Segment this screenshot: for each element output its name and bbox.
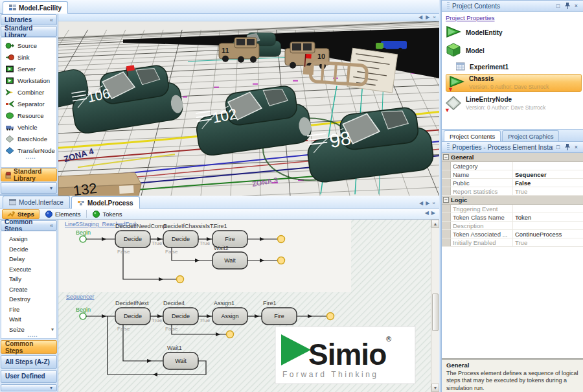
tree-item-lineentrynode[interactable]: ▼ LineEntryNode Version: 0 Author: Dave … (446, 93, 583, 115)
tab-project-contents[interactable]: Project Contents (444, 130, 501, 141)
pin-icon[interactable] (563, 2, 571, 10)
titlebar-grip[interactable] (447, 143, 450, 151)
scroll-down-icon[interactable]: ▼ (431, 384, 439, 392)
library-item-resource[interactable]: Resource (5, 110, 56, 121)
facility-3d-view[interactable]: ◀ ▶ × (58, 14, 439, 194)
nav-right-icon[interactable]: ▶ (426, 14, 429, 20)
collapse-group-icon[interactable]: − (443, 154, 449, 160)
nav-left-icon[interactable]: ◀ (425, 210, 429, 216)
flow2-end-node[interactable] (227, 331, 234, 338)
library-item-label: Workstation (17, 77, 50, 84)
project-properties-link[interactable]: Project Properties (446, 14, 495, 21)
standard-library-button[interactable]: Standard Library (1, 168, 57, 181)
property-row-initially-enabled[interactable]: Initially EnabledTrue (442, 238, 583, 247)
common-steps-header[interactable]: Common Steps « (1, 220, 57, 231)
maximize-icon[interactable]: □ (554, 143, 562, 152)
scroll-up-icon[interactable]: ▲ (431, 220, 439, 228)
nav-left-icon[interactable]: ◀ (419, 200, 423, 206)
step-item-delay[interactable]: Delay (9, 254, 56, 264)
splitter-dots[interactable]: ••••• (5, 156, 56, 160)
flow1-end-node[interactable] (278, 257, 285, 264)
library-item-separator[interactable]: Separator (5, 98, 56, 110)
library-item-workstation[interactable]: Workstation (5, 75, 56, 86)
tab-model-facility[interactable]: Model.Facility (3, 1, 68, 14)
step-label: Delay (9, 255, 25, 262)
canvas-vertical-scrollbar[interactable]: ▲ ▼ (431, 220, 439, 392)
step-item-assign[interactable]: Assign (9, 234, 56, 244)
libraries-header[interactable]: Libraries « (1, 14, 57, 25)
titlebar-grip[interactable] (447, 2, 450, 10)
flow2-title[interactable]: Sequencer (66, 294, 95, 300)
property-row-report-statistics[interactable]: Report StatisticsTrue (442, 187, 583, 196)
collapse-left-icon[interactable]: « (50, 222, 53, 229)
tab-model-process[interactable]: Model.Process (71, 196, 140, 209)
library-nav-collapsed[interactable]: ▾ (1, 182, 57, 194)
steps-nav-collapsed[interactable]: ▾ (1, 384, 57, 391)
tab-project-graphics[interactable]: Project Graphics (502, 130, 559, 141)
step-item-fire[interactable]: Fire (9, 305, 56, 315)
list-caret-icon[interactable]: ▾ (51, 327, 56, 332)
facility-pane: Model.Facility Libraries « Standard Libr… (0, 0, 439, 196)
property-row-triggering-event[interactable]: Triggering Event (442, 205, 583, 213)
standard-library-header[interactable]: Standard Library (1, 26, 57, 37)
step-item-execute[interactable]: Execute (9, 264, 56, 275)
tree-item-chassis[interactable]: ▼ Chassis Version: 0 Author: Dave Sturro… (446, 74, 582, 92)
scrollbar-thumb[interactable] (432, 294, 439, 331)
common-steps-button[interactable]: Common Steps (1, 340, 57, 354)
pin-icon[interactable] (563, 143, 571, 152)
nav-right-icon[interactable]: ▶ (426, 200, 429, 206)
process-canvas[interactable]: Line5Staging_ReachedEnd Begin DecideIfNe… (58, 220, 431, 392)
property-row-description[interactable]: Description (442, 222, 583, 230)
flow2-end-node[interactable] (327, 313, 334, 320)
all-steps-button[interactable]: All Steps (A-Z) (1, 355, 57, 369)
tree-item-model[interactable]: Model (446, 41, 583, 60)
property-row-category[interactable]: Category (442, 162, 583, 170)
flow2-block5-type: Wait (175, 358, 187, 364)
library-item-vehicle[interactable]: Vehicle (5, 121, 56, 133)
collapse-left-icon[interactable]: « (50, 17, 53, 23)
close-icon[interactable]: × (433, 14, 436, 20)
step-item-tally[interactable]: Tally (9, 274, 56, 284)
property-row-name[interactable]: NameSequencer (442, 170, 583, 179)
library-item-server[interactable]: Server (5, 63, 56, 75)
step-item-wait[interactable]: Wait (9, 314, 56, 325)
flow1-begin-node[interactable] (80, 236, 86, 242)
tab-model-interface[interactable]: Model.Interface (3, 196, 70, 208)
tree-item-experiment1[interactable]: Experiment1 (446, 60, 583, 73)
elements-tool-button[interactable]: Elements (41, 209, 86, 219)
step-item-destroy[interactable]: Destroy (9, 294, 56, 305)
steps-tool-button[interactable]: Steps (2, 209, 40, 219)
close-icon[interactable]: × (432, 200, 435, 206)
library-item-combiner[interactable]: Combiner (5, 86, 56, 98)
library-item-transfernode[interactable]: TransferNode ▾ (5, 144, 56, 156)
library-item-sink[interactable]: Sink (5, 51, 56, 63)
facility-3d-scene[interactable]: 11 10 (58, 21, 439, 196)
flow1-end-node[interactable] (278, 236, 285, 243)
property-row-token-class-name[interactable]: Token Class NameToken (442, 213, 583, 222)
splitter-dots[interactable]: ••••• (9, 334, 56, 338)
step-item-create[interactable]: Create (9, 284, 56, 295)
library-item-basicnode[interactable]: BasicNode (5, 133, 56, 144)
library-item-source[interactable]: Source (5, 40, 56, 51)
close-icon[interactable]: × (572, 2, 580, 10)
property-row-token-associated[interactable]: Token Associated ...ContinueProcess (442, 230, 583, 238)
user-defined-button[interactable]: User Defined (1, 370, 57, 384)
flow2-begin-node[interactable] (80, 313, 86, 319)
scrollbar-track[interactable] (431, 228, 439, 384)
property-group-general[interactable]: − General (442, 153, 583, 162)
step-item-decide[interactable]: Decide (9, 244, 56, 255)
caret-down-icon: ▾ (50, 185, 52, 191)
property-group-logic[interactable]: − Logic (442, 196, 583, 205)
tree-item-modelentity[interactable]: ModelEntity (446, 24, 583, 41)
step-item-seize[interactable]: Seize▾ (9, 325, 56, 335)
flow1-end-node[interactable] (177, 276, 184, 283)
tokens-tool-button[interactable]: Tokens (88, 209, 126, 219)
maximize-icon[interactable]: □ (554, 2, 562, 10)
property-row-public[interactable]: PublicFalse (442, 179, 583, 187)
false-label: False (165, 249, 178, 255)
close-icon[interactable]: × (572, 143, 580, 152)
collapse-group-icon[interactable]: − (443, 197, 449, 203)
elements-icon (45, 211, 52, 218)
nav-left-icon[interactable]: ◀ (418, 14, 422, 20)
nav-right-icon[interactable]: ▶ (431, 210, 435, 216)
